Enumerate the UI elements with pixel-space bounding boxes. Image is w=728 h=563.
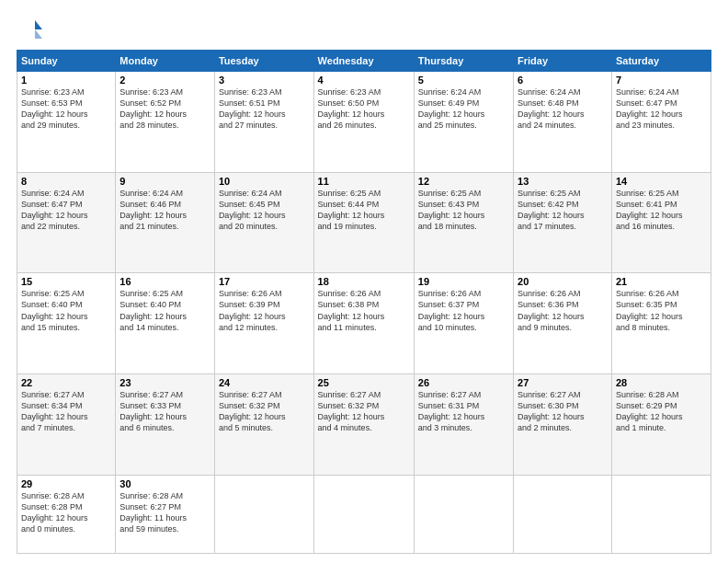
day-number: 7 [616,75,707,86]
day-info: Sunrise: 6:27 AM Sunset: 6:32 PM Dayligh… [219,389,310,434]
day-info: Sunrise: 6:26 AM Sunset: 6:37 PM Dayligh… [418,288,509,333]
day-info: Sunrise: 6:26 AM Sunset: 6:35 PM Dayligh… [616,288,707,333]
day-info: Sunrise: 6:25 AM Sunset: 6:40 PM Dayligh… [21,288,111,333]
day-info: Sunrise: 6:24 AM Sunset: 6:46 PM Dayligh… [119,188,210,233]
col-header-thursday: Thursday [414,51,513,72]
day-cell-4: 4Sunrise: 6:23 AM Sunset: 6:50 PM Daylig… [313,72,414,173]
day-info: Sunrise: 6:27 AM Sunset: 6:34 PM Dayligh… [21,389,111,434]
empty-cell [414,475,513,553]
col-header-monday: Monday [116,51,215,72]
day-info: Sunrise: 6:26 AM Sunset: 6:39 PM Dayligh… [219,288,310,333]
day-info: Sunrise: 6:24 AM Sunset: 6:48 PM Dayligh… [518,86,608,132]
day-number: 27 [518,377,608,388]
day-info: Sunrise: 6:23 AM Sunset: 6:50 PM Dayligh… [318,86,410,132]
day-info: Sunrise: 6:24 AM Sunset: 6:49 PM Dayligh… [418,86,509,132]
day-cell-24: 24Sunrise: 6:27 AM Sunset: 6:32 PM Dayli… [214,374,313,476]
day-cell-5: 5Sunrise: 6:24 AM Sunset: 6:49 PM Daylig… [414,72,513,173]
day-info: Sunrise: 6:27 AM Sunset: 6:33 PM Dayligh… [119,389,210,434]
logo [17,17,46,42]
header [17,17,711,42]
empty-cell [514,475,612,553]
day-cell-25: 25Sunrise: 6:27 AM Sunset: 6:32 PM Dayli… [313,374,414,476]
day-cell-20: 20Sunrise: 6:26 AM Sunset: 6:36 PM Dayli… [514,273,612,374]
svg-marker-0 [35,20,42,29]
header-row: SundayMondayTuesdayWednesdayThursdayFrid… [17,51,711,72]
day-info: Sunrise: 6:27 AM Sunset: 6:32 PM Dayligh… [318,389,410,434]
day-number: 21 [616,276,707,287]
day-number: 24 [219,377,310,388]
svg-marker-1 [35,29,42,39]
empty-cell [214,475,313,553]
logo-icon [17,17,42,42]
day-number: 11 [318,176,410,187]
day-number: 6 [518,75,608,86]
day-cell-13: 13Sunrise: 6:25 AM Sunset: 6:42 PM Dayli… [514,172,612,273]
day-cell-29: 29Sunrise: 6:28 AM Sunset: 6:28 PM Dayli… [17,475,116,553]
day-info: Sunrise: 6:26 AM Sunset: 6:36 PM Dayligh… [518,288,608,333]
week-row-2: 8Sunrise: 6:24 AM Sunset: 6:47 PM Daylig… [17,172,711,273]
day-cell-21: 21Sunrise: 6:26 AM Sunset: 6:35 PM Dayli… [611,273,711,374]
day-cell-30: 30Sunrise: 6:28 AM Sunset: 6:27 PM Dayli… [116,475,215,553]
col-header-friday: Friday [514,51,612,72]
day-cell-1: 1Sunrise: 6:23 AM Sunset: 6:53 PM Daylig… [17,72,116,173]
day-cell-16: 16Sunrise: 6:25 AM Sunset: 6:40 PM Dayli… [116,273,215,374]
day-info: Sunrise: 6:23 AM Sunset: 6:51 PM Dayligh… [219,86,310,132]
day-number: 30 [119,478,210,489]
day-info: Sunrise: 6:23 AM Sunset: 6:52 PM Dayligh… [119,86,210,132]
day-number: 14 [616,176,707,187]
day-number: 5 [418,75,509,86]
page: SundayMondayTuesdayWednesdayThursdayFrid… [0,0,728,563]
day-cell-18: 18Sunrise: 6:26 AM Sunset: 6:38 PM Dayli… [313,273,414,374]
col-header-tuesday: Tuesday [214,51,313,72]
empty-cell [611,475,711,553]
day-cell-7: 7Sunrise: 6:24 AM Sunset: 6:47 PM Daylig… [611,72,711,173]
day-cell-15: 15Sunrise: 6:25 AM Sunset: 6:40 PM Dayli… [17,273,116,374]
day-number: 29 [21,478,111,489]
day-cell-2: 2Sunrise: 6:23 AM Sunset: 6:52 PM Daylig… [116,72,215,173]
day-info: Sunrise: 6:25 AM Sunset: 6:41 PM Dayligh… [616,188,707,233]
day-number: 12 [418,176,509,187]
day-number: 25 [318,377,410,388]
day-info: Sunrise: 6:25 AM Sunset: 6:42 PM Dayligh… [518,188,608,233]
week-row-1: 1Sunrise: 6:23 AM Sunset: 6:53 PM Daylig… [17,72,711,173]
col-header-saturday: Saturday [611,51,711,72]
day-cell-23: 23Sunrise: 6:27 AM Sunset: 6:33 PM Dayli… [116,374,215,476]
day-number: 4 [318,75,410,86]
day-number: 1 [21,75,111,86]
empty-cell [313,475,414,553]
calendar-table: SundayMondayTuesdayWednesdayThursdayFrid… [17,50,711,554]
day-number: 23 [119,377,210,388]
day-cell-9: 9Sunrise: 6:24 AM Sunset: 6:46 PM Daylig… [116,172,215,273]
day-cell-14: 14Sunrise: 6:25 AM Sunset: 6:41 PM Dayli… [611,172,711,273]
day-cell-12: 12Sunrise: 6:25 AM Sunset: 6:43 PM Dayli… [414,172,513,273]
day-number: 8 [21,176,111,187]
day-number: 3 [219,75,310,86]
week-row-4: 22Sunrise: 6:27 AM Sunset: 6:34 PM Dayli… [17,374,711,476]
day-info: Sunrise: 6:24 AM Sunset: 6:47 PM Dayligh… [21,188,111,233]
day-cell-8: 8Sunrise: 6:24 AM Sunset: 6:47 PM Daylig… [17,172,116,273]
day-number: 17 [219,276,310,287]
day-number: 22 [21,377,111,388]
day-cell-19: 19Sunrise: 6:26 AM Sunset: 6:37 PM Dayli… [414,273,513,374]
day-number: 28 [616,377,707,388]
day-number: 2 [119,75,210,86]
day-cell-27: 27Sunrise: 6:27 AM Sunset: 6:30 PM Dayli… [514,374,612,476]
day-number: 16 [119,276,210,287]
col-header-sunday: Sunday [17,51,116,72]
day-number: 13 [518,176,608,187]
day-info: Sunrise: 6:27 AM Sunset: 6:30 PM Dayligh… [518,389,608,434]
col-header-wednesday: Wednesday [313,51,414,72]
day-cell-22: 22Sunrise: 6:27 AM Sunset: 6:34 PM Dayli… [17,374,116,476]
day-info: Sunrise: 6:27 AM Sunset: 6:31 PM Dayligh… [418,389,509,434]
week-row-3: 15Sunrise: 6:25 AM Sunset: 6:40 PM Dayli… [17,273,711,374]
day-info: Sunrise: 6:28 AM Sunset: 6:27 PM Dayligh… [119,490,210,535]
day-cell-17: 17Sunrise: 6:26 AM Sunset: 6:39 PM Dayli… [214,273,313,374]
day-cell-11: 11Sunrise: 6:25 AM Sunset: 6:44 PM Dayli… [313,172,414,273]
day-number: 9 [119,176,210,187]
day-number: 10 [219,176,310,187]
day-info: Sunrise: 6:23 AM Sunset: 6:53 PM Dayligh… [21,86,111,132]
day-cell-3: 3Sunrise: 6:23 AM Sunset: 6:51 PM Daylig… [214,72,313,173]
day-info: Sunrise: 6:25 AM Sunset: 6:40 PM Dayligh… [119,288,210,333]
day-info: Sunrise: 6:24 AM Sunset: 6:45 PM Dayligh… [219,188,310,233]
day-cell-28: 28Sunrise: 6:28 AM Sunset: 6:29 PM Dayli… [611,374,711,476]
